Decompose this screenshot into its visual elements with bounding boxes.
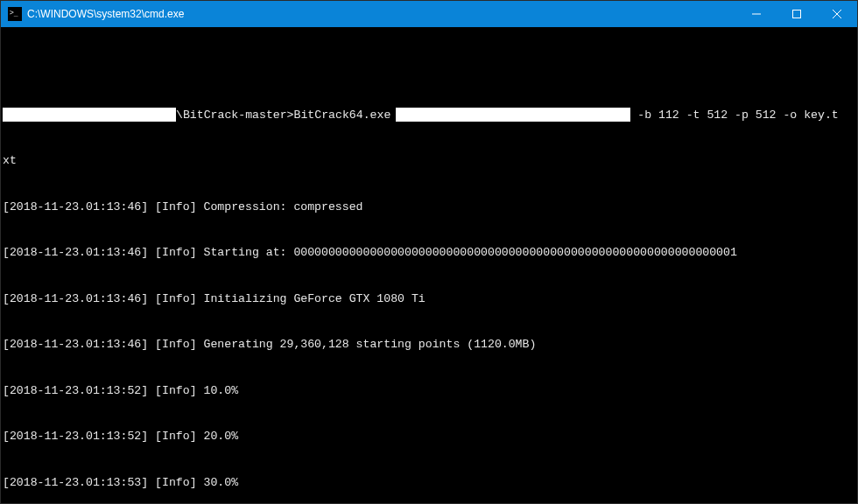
command-wrap: xt: [3, 153, 855, 169]
prompt-text: \BitCrack-master>BitCrack64.exe: [176, 108, 390, 123]
log-line: [2018-11-23.01:13:46] [Info] Compression…: [3, 200, 855, 215]
minimize-button[interactable]: [736, 1, 777, 27]
blank-line: [3, 61, 855, 77]
log-line: [2018-11-23.01:13:46] [Info] Starting at…: [3, 245, 855, 261]
log-line: [2018-11-23.01:13:52] [Info] 20.0%: [3, 429, 855, 444]
command-line: \BitCrack-master>BitCrack64.exe -b 112 -…: [3, 108, 855, 123]
log-line: [2018-11-23.01:13:46] [Info] Generating …: [3, 337, 855, 353]
cmd-icon: [8, 7, 22, 21]
titlebar[interactable]: C:\WINDOWS\system32\cmd.exe: [1, 1, 857, 27]
cmd-window: C:\WINDOWS\system32\cmd.exe \BitCrack-ma…: [0, 0, 858, 504]
log-line: [2018-11-23.01:13:52] [Info] 10.0%: [3, 383, 855, 399]
prompt-args: -b 112 -t 512 -p 512 -o key.t: [630, 108, 838, 123]
window-controls: [736, 1, 857, 27]
redacted-arg: [396, 108, 630, 122]
window-title: C:\WINDOWS\system32\cmd.exe: [27, 8, 736, 20]
terminal-output[interactable]: \BitCrack-master>BitCrack64.exe -b 112 -…: [1, 27, 857, 503]
redacted-path: [3, 108, 176, 122]
log-line: [2018-11-23.01:13:53] [Info] 30.0%: [3, 475, 855, 491]
log-line: [2018-11-23.01:13:46] [Info] Initializin…: [3, 291, 855, 307]
close-icon: [833, 10, 841, 18]
maximize-button[interactable]: [777, 1, 817, 27]
close-button[interactable]: [817, 1, 857, 27]
maximize-icon: [792, 10, 801, 18]
svg-rect-1: [793, 10, 801, 18]
minimize-icon: [752, 10, 761, 18]
